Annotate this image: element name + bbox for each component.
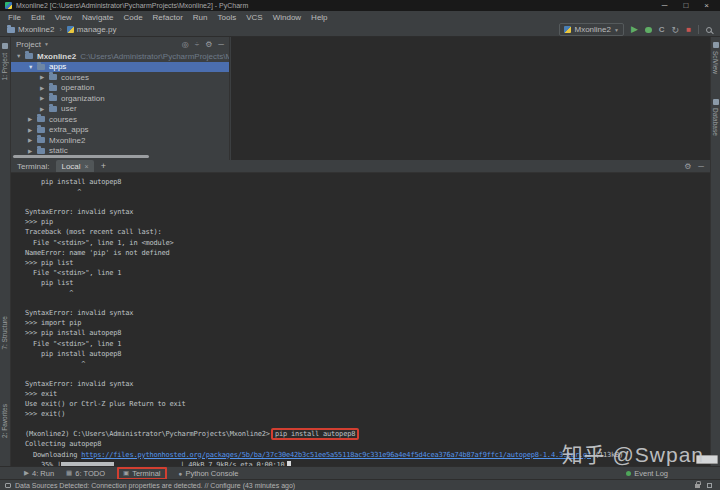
menu-item[interactable]: VCS [241, 13, 267, 22]
terminal-line: pip install autopep8 [25, 349, 710, 359]
tool-button-python-console[interactable]: ● Python Console [179, 469, 239, 478]
terminal-line: >>> exit [25, 389, 710, 399]
tool-button-terminal[interactable]: ▣ Terminal [117, 467, 167, 480]
tree-row-root[interactable]: ▼ Mxonline2 C:\Users\Administrator\Pycha… [11, 51, 229, 62]
terminal-tab-label: Local [61, 162, 80, 171]
notification-icon[interactable] [5, 483, 11, 488]
breadcrumb-file[interactable]: manage.py [77, 25, 117, 34]
run-configuration-selector[interactable]: Mxonline2 ▼ [559, 23, 623, 36]
expand-arrow-icon[interactable]: ▶ [28, 137, 37, 143]
editor-area[interactable] [231, 37, 710, 160]
status-message[interactable]: Data Sources Detected: Connection proper… [15, 482, 295, 489]
terminal-line [25, 369, 710, 379]
tree-row[interactable]: ▶ user [11, 104, 229, 115]
folder-icon [37, 137, 45, 143]
menu-item[interactable]: File [3, 13, 26, 22]
annotation-red-box: pip install autopep8 [271, 428, 359, 440]
menu-item[interactable]: Window [268, 13, 306, 22]
tree-row[interactable]: ▶ organization [11, 93, 229, 104]
terminal-tool-icon: ▣ [123, 469, 129, 477]
expand-arrow-icon[interactable]: ▶ [40, 106, 49, 112]
collapse-all-icon[interactable]: ÷ [195, 40, 199, 49]
gear-icon[interactable]: ⚙ [205, 40, 212, 49]
close-icon[interactable]: × [85, 163, 89, 170]
pycharm-logo-icon [5, 2, 12, 9]
expand-arrow-icon[interactable]: ▶ [28, 127, 37, 133]
tool-button-structure[interactable]: 7: Structure [1, 316, 8, 350]
terminal-line: File "<stdin>", line 1 [25, 268, 710, 278]
tree-row[interactable]: ▶ operation [11, 83, 229, 94]
search-everywhere-icon[interactable] [706, 27, 712, 33]
project-panel-title[interactable]: Project [16, 40, 41, 49]
terminal-hide-icon[interactable]: ─ [698, 162, 704, 171]
lock-icon[interactable] [695, 484, 700, 488]
tree-row[interactable]: ▶ courses [11, 72, 229, 83]
terminal-line [25, 197, 710, 207]
run-tool-icon: ▶ [24, 469, 29, 477]
horizontal-scrollbar[interactable] [13, 155, 149, 158]
expand-arrow-icon[interactable]: ▶ [40, 95, 49, 101]
minimize-button[interactable]: ─ [662, 1, 668, 10]
terminal-line: ^ [25, 187, 710, 197]
left-tool-stripe: 1: Project 7: Structure 2: Favorites [0, 37, 11, 466]
profiler-button[interactable]: ↻ [672, 25, 680, 35]
folder-icon [49, 95, 57, 101]
terminal-line: ^ [25, 359, 710, 369]
tree-row[interactable]: ▶ extra_apps [11, 125, 229, 136]
tool-button-run[interactable]: ▶ 4: Run [24, 469, 54, 478]
debug-button[interactable] [645, 27, 652, 33]
expand-arrow-icon[interactable]: ▼ [28, 64, 37, 70]
maximize-button[interactable]: □ [683, 1, 688, 10]
new-terminal-button[interactable]: + [101, 161, 106, 171]
tree-label: organization [61, 94, 105, 103]
menu-item[interactable]: Code [118, 13, 147, 22]
breadcrumb-project[interactable]: Mxonline2 [18, 25, 54, 34]
python-console-icon: ● [179, 470, 183, 477]
expand-arrow-icon[interactable]: ▶ [40, 85, 49, 91]
menu-bar: FileEditViewNavigateCodeRefactorRunTools… [0, 11, 720, 23]
project-tool-icon [2, 43, 8, 49]
navigation-bar: Mxonline2 › manage.py Mxonline2 ▼ ▶ C ↻ … [0, 23, 720, 37]
locate-icon[interactable]: ◎ [182, 40, 189, 49]
terminal-output[interactable]: pip install autopep8 ^SyntaxError: inval… [11, 173, 710, 466]
tool-button-todo[interactable]: ▦ 6: TODO [66, 469, 105, 478]
tree-row-apps[interactable]: ▼ apps [11, 62, 229, 73]
stop-button[interactable]: ■ [686, 26, 691, 34]
menu-item[interactable]: Help [306, 13, 332, 22]
terminal-settings-gear-icon[interactable]: ⚙ [684, 162, 691, 171]
tool-button-database[interactable]: Database [712, 108, 719, 136]
project-panel-header: Project ▼ ◎ ÷ ⚙ ─ [11, 37, 229, 51]
database-tool-icon [713, 99, 719, 105]
menu-item[interactable]: Run [188, 13, 213, 22]
menu-item[interactable]: Tools [213, 13, 242, 22]
menu-item[interactable]: Navigate [77, 13, 119, 22]
tool-button-favorites[interactable]: 2: Favorites [1, 404, 8, 438]
terminal-line: SyntaxError: invalid syntax [25, 308, 710, 318]
expand-arrow-icon[interactable]: ▶ [28, 116, 37, 122]
toolbar-divider [698, 25, 699, 34]
expand-arrow-icon[interactable]: ▼ [16, 53, 25, 59]
terminal-line: pip install autopep8 [25, 177, 710, 187]
terminal-line: ^ [25, 288, 710, 298]
terminal-line: pip list [25, 278, 710, 288]
event-log-green-dot-icon [626, 471, 631, 476]
tool-button-sciview[interactable]: SciView [712, 51, 719, 74]
download-url-link[interactable]: https://files.pythonhosted.org/packages/… [81, 451, 591, 459]
menu-item[interactable]: Edit [26, 13, 50, 22]
expand-arrow-icon[interactable]: ▶ [28, 148, 37, 154]
menu-item[interactable]: Refactor [148, 13, 188, 22]
terminal-tab-local[interactable]: Local × [56, 160, 93, 172]
expand-arrow-icon[interactable]: ▶ [40, 74, 49, 80]
tool-button-project[interactable]: 1: Project [1, 53, 8, 80]
run-button[interactable]: ▶ [631, 25, 638, 34]
menu-item[interactable]: View [50, 13, 77, 22]
folder-icon [49, 85, 57, 91]
sciview-tool-icon [713, 42, 719, 48]
event-log-button[interactable]: Event Log [626, 469, 668, 478]
close-button[interactable]: × [704, 1, 709, 10]
terminal-line: >>> pip [25, 217, 710, 227]
tree-row[interactable]: ▶ Mxonline2 [11, 135, 229, 146]
tree-row[interactable]: ▶ courses [11, 114, 229, 125]
coverage-button[interactable]: C [659, 25, 665, 34]
hide-panel-icon[interactable]: ─ [218, 40, 224, 49]
